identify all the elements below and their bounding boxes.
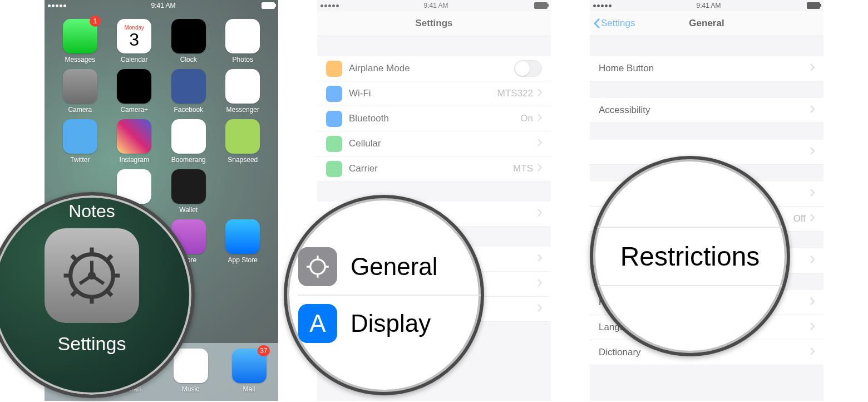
app-messages[interactable]: 1Messages — [55, 19, 106, 63]
settings-app-icon[interactable] — [45, 228, 139, 323]
battery-icon — [807, 2, 820, 9]
instagram-icon — [117, 119, 151, 154]
divider — [593, 227, 787, 228]
row-display[interactable]: A Display — [298, 296, 481, 351]
chevron-right-icon — [810, 214, 815, 224]
status-bar: 9:41 AM — [45, 0, 278, 11]
cell-accessibility[interactable]: Accessibility — [590, 98, 823, 123]
chevron-right-icon — [537, 114, 542, 124]
battery-icon — [262, 2, 275, 9]
app-facebook[interactable]: Facebook — [163, 69, 214, 114]
app-app-store[interactable]: App Store — [218, 219, 269, 264]
section-gap — [317, 36, 551, 56]
app-store-icon — [225, 219, 260, 254]
boomerang-icon — [171, 119, 206, 154]
camera-icon — [63, 69, 97, 104]
mail-icon: 37 — [232, 349, 267, 383]
svg-line-12 — [80, 276, 92, 283]
status-bar: 9:41 AM — [317, 0, 551, 11]
page-title: Settings — [415, 18, 452, 29]
app-mail[interactable]: 37Mail — [232, 349, 267, 393]
app-boomerang[interactable]: Boomerang — [163, 119, 214, 164]
chevron-right-icon — [537, 164, 542, 174]
restrictions-label: Restrictions — [620, 241, 760, 272]
chevron-right-icon — [537, 279, 542, 289]
bluetooth-icon — [326, 111, 342, 127]
app-camera[interactable]: Camera — [55, 69, 106, 114]
twitter-icon — [63, 119, 97, 154]
signal-icon — [48, 2, 67, 9]
gear-icon — [298, 247, 337, 286]
app-music[interactable]: Music — [174, 349, 208, 393]
status-time: 9:41 AM — [423, 2, 448, 9]
chevron-right-icon — [810, 63, 815, 73]
section-gap — [590, 81, 823, 98]
app-twitter[interactable]: Twitter — [55, 119, 106, 164]
signal-icon — [593, 2, 613, 9]
back-button[interactable]: Settings — [593, 18, 635, 29]
status-time: 9:41 AM — [151, 2, 175, 9]
cell-cellular[interactable]: Cellular — [317, 131, 551, 156]
svg-line-6 — [106, 290, 112, 296]
badge: 1 — [90, 16, 101, 27]
display-label: Display — [351, 310, 431, 337]
page-title: General — [689, 18, 724, 29]
wallet-icon — [171, 169, 206, 204]
chevron-right-icon — [537, 89, 542, 99]
cellular-icon — [326, 136, 342, 152]
chevron-right-icon — [810, 105, 815, 115]
photos-icon — [225, 19, 260, 53]
facebook-icon — [171, 69, 206, 104]
cell-wifi[interactable]: Wi-FiMTS322 — [317, 81, 551, 106]
chevron-right-icon — [537, 209, 542, 219]
svg-line-11 — [92, 276, 104, 283]
notes-label: Notes — [68, 201, 115, 222]
chevron-right-icon — [810, 147, 815, 157]
svg-line-7 — [106, 256, 112, 261]
app-messenger[interactable]: Messenger — [218, 69, 269, 114]
section-gap — [590, 123, 823, 140]
cell-home-button[interactable]: Home Button — [590, 56, 823, 81]
clock-icon — [171, 19, 206, 53]
app-photos[interactable]: Photos — [218, 19, 269, 63]
chevron-right-icon — [810, 322, 815, 332]
svg-line-5 — [72, 256, 77, 261]
chevron-right-icon — [810, 256, 815, 266]
signal-icon — [320, 2, 340, 9]
cell-carrier[interactable]: CarrierMTS — [317, 156, 551, 182]
app-wallet[interactable]: Wallet — [163, 169, 214, 214]
calendar-icon: Monday3 — [117, 19, 151, 53]
gear-icon — [58, 242, 125, 309]
cell-airplane-mode[interactable]: Airplane Mode — [317, 56, 551, 81]
chevron-right-icon — [810, 347, 815, 357]
wifi-icon — [326, 86, 342, 102]
magnifier-restrictions-row: Restrictions — [590, 156, 790, 356]
chevron-right-icon — [537, 139, 542, 149]
battery-icon — [534, 2, 548, 9]
status-bar: 9:41 AM — [590, 0, 823, 11]
chevron-right-icon — [537, 304, 542, 314]
section-gap — [590, 36, 823, 56]
status-time: 9:41 AM — [696, 2, 721, 9]
snapseed-icon — [225, 119, 260, 154]
music-icon — [174, 349, 208, 383]
display-icon: A — [298, 304, 337, 343]
navbar: Settings General — [590, 11, 823, 36]
airplane-icon — [326, 61, 342, 77]
chevron-right-icon — [537, 254, 542, 264]
section-gap — [317, 182, 551, 202]
app-hidden2 — [218, 169, 269, 214]
app-clock[interactable]: Clock — [163, 19, 214, 63]
row-general[interactable]: General — [298, 239, 481, 296]
app-calendar[interactable]: Monday3Calendar — [109, 19, 160, 63]
messages-icon: 1 — [63, 19, 97, 53]
cell-bluetooth[interactable]: BluetoothOn — [317, 106, 551, 131]
chevron-right-icon — [810, 297, 815, 307]
airplane-toggle[interactable] — [514, 60, 542, 77]
app-camera-plus[interactable]: Camera+ — [109, 69, 160, 114]
app-snapseed[interactable]: Snapseed — [218, 119, 269, 164]
app-instagram[interactable]: Instagram — [109, 119, 160, 164]
svg-line-8 — [72, 290, 77, 296]
general-label: General — [351, 253, 438, 281]
camera-plus-icon — [117, 69, 151, 104]
